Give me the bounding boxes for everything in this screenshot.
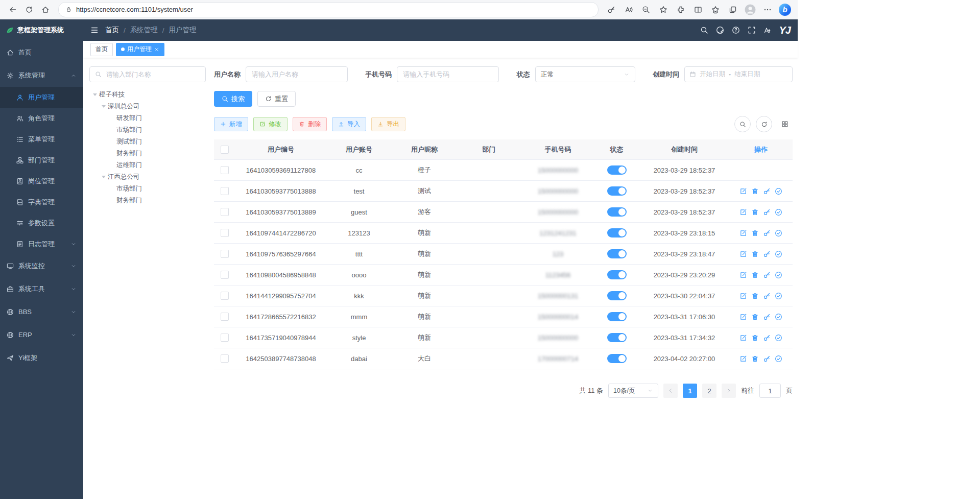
delete-icon[interactable]	[751, 334, 759, 342]
assign-role-icon[interactable]	[775, 187, 782, 195]
assign-role-icon[interactable]	[775, 229, 782, 237]
status-toggle[interactable]	[607, 186, 627, 196]
extensions-icon[interactable]	[673, 2, 688, 17]
assign-role-icon[interactable]	[775, 313, 782, 321]
tree-node[interactable]: 市场部门	[89, 183, 206, 195]
favorites-icon[interactable]	[708, 2, 723, 17]
status-toggle[interactable]	[607, 270, 627, 279]
refresh-button[interactable]	[21, 2, 37, 17]
fullscreen-icon[interactable]	[748, 26, 756, 34]
tree-node[interactable]: 橙子科技	[89, 89, 206, 101]
edit-icon[interactable]	[739, 334, 747, 342]
sidebar-item-post-mgmt[interactable]: 岗位管理	[0, 171, 83, 192]
status-toggle[interactable]	[607, 207, 627, 217]
row-checkbox[interactable]	[221, 334, 229, 342]
status-toggle[interactable]	[607, 312, 627, 321]
address-bar[interactable]: https://ccnetcore.com:1101/system/user	[58, 2, 599, 17]
edit-icon[interactable]	[739, 355, 747, 363]
delete-icon[interactable]	[751, 250, 759, 258]
zoom-out-icon[interactable]	[638, 2, 654, 17]
home-button[interactable]	[38, 2, 53, 17]
page-button-2[interactable]: 2	[702, 384, 716, 398]
import-button[interactable]: 导入	[332, 117, 366, 131]
status-toggle[interactable]	[607, 228, 627, 237]
columns-icon[interactable]	[777, 116, 793, 132]
edit-icon[interactable]	[739, 313, 747, 321]
username-input[interactable]	[246, 66, 348, 82]
sidebar-item-erp[interactable]: ERP	[0, 323, 83, 346]
row-checkbox[interactable]	[221, 354, 229, 363]
refresh-circle-icon[interactable]	[756, 116, 772, 132]
reset-password-icon[interactable]	[763, 250, 771, 258]
tree-node[interactable]: 研发部门	[89, 112, 206, 124]
profile-avatar[interactable]	[743, 2, 758, 17]
row-checkbox[interactable]	[221, 292, 229, 300]
sidebar-item-role-mgmt[interactable]: 角色管理	[0, 108, 83, 129]
assign-role-icon[interactable]	[775, 271, 782, 279]
key-icon[interactable]	[604, 2, 619, 17]
row-checkbox[interactable]	[221, 229, 229, 237]
hamburger-icon[interactable]	[90, 26, 99, 34]
tab-home[interactable]: 首页	[90, 43, 113, 56]
next-page-button[interactable]	[722, 384, 736, 398]
search-button[interactable]: 搜索	[214, 91, 252, 107]
delete-icon[interactable]	[751, 229, 759, 237]
tree-node[interactable]: 财务部门	[89, 195, 206, 206]
status-toggle[interactable]	[607, 354, 627, 363]
read-aloud-icon[interactable]	[621, 2, 636, 17]
tab-close-icon[interactable]	[154, 47, 159, 52]
edit-icon[interactable]	[739, 229, 747, 237]
reset-button[interactable]: 重置	[257, 91, 296, 107]
tree-node[interactable]: 测试部门	[89, 136, 206, 148]
back-button[interactable]	[5, 2, 20, 17]
delete-icon[interactable]	[751, 313, 759, 321]
reset-password-icon[interactable]	[763, 187, 771, 195]
tab-user-mgmt[interactable]: 用户管理	[116, 43, 164, 56]
add-button[interactable]: 新增	[214, 117, 248, 131]
status-toggle[interactable]	[607, 249, 627, 258]
collections-icon[interactable]	[725, 2, 740, 17]
tree-node[interactable]: 财务部门	[89, 148, 206, 159]
search-circle-icon[interactable]	[734, 116, 751, 132]
edit-icon[interactable]	[739, 250, 747, 258]
sidebar-item-yi-framework[interactable]: Yi框架	[0, 346, 83, 369]
row-checkbox[interactable]	[221, 208, 229, 216]
sidebar-item-dept-mgmt[interactable]: 部门管理	[0, 150, 83, 171]
delete-icon[interactable]	[751, 271, 759, 279]
assign-role-icon[interactable]	[775, 292, 782, 300]
breadcrumb-home[interactable]: 首页	[105, 26, 119, 35]
reset-password-icon[interactable]	[763, 208, 771, 216]
reset-password-icon[interactable]	[763, 292, 771, 300]
sidebar-item-tools[interactable]: 系统工具	[0, 277, 83, 300]
sidebar-item-log-mgmt[interactable]: 日志管理	[0, 233, 83, 254]
sidebar-item-user-mgmt[interactable]: 用户管理	[0, 87, 83, 108]
dept-search-input[interactable]	[105, 70, 200, 79]
row-checkbox[interactable]	[221, 187, 229, 195]
add-favorite-icon[interactable]	[656, 2, 671, 17]
status-toggle[interactable]	[607, 333, 627, 342]
more-icon[interactable]	[760, 2, 775, 17]
search-icon[interactable]	[700, 26, 708, 34]
reset-password-icon[interactable]	[763, 271, 771, 279]
sidebar-item-system[interactable]: 系统管理	[0, 64, 83, 87]
sidebar-item-monitor[interactable]: 系统监控	[0, 254, 83, 277]
delete-icon[interactable]	[751, 208, 759, 216]
reset-password-icon[interactable]	[763, 334, 771, 342]
sidebar-item-home[interactable]: 首页	[0, 41, 83, 64]
sidebar-item-param-settings[interactable]: 参数设置	[0, 212, 83, 233]
export-button[interactable]: 导出	[371, 117, 405, 131]
tree-node[interactable]: 深圳总公司	[89, 101, 206, 112]
page-size-select[interactable]: 10条/页	[608, 384, 658, 398]
phone-input[interactable]	[397, 66, 499, 82]
delete-icon[interactable]	[751, 292, 759, 300]
page-button-1[interactable]: 1	[683, 384, 697, 398]
font-size-icon[interactable]	[763, 26, 772, 34]
reset-password-icon[interactable]	[763, 355, 771, 363]
sidebar-item-menu-mgmt[interactable]: 菜单管理	[0, 129, 83, 150]
row-checkbox[interactable]	[221, 313, 229, 321]
sidebar-item-bbs[interactable]: BBS	[0, 300, 83, 323]
edit-icon[interactable]	[739, 271, 747, 279]
edit-icon[interactable]	[739, 208, 747, 216]
help-icon[interactable]	[732, 26, 740, 34]
select-all-checkbox[interactable]	[221, 146, 229, 154]
